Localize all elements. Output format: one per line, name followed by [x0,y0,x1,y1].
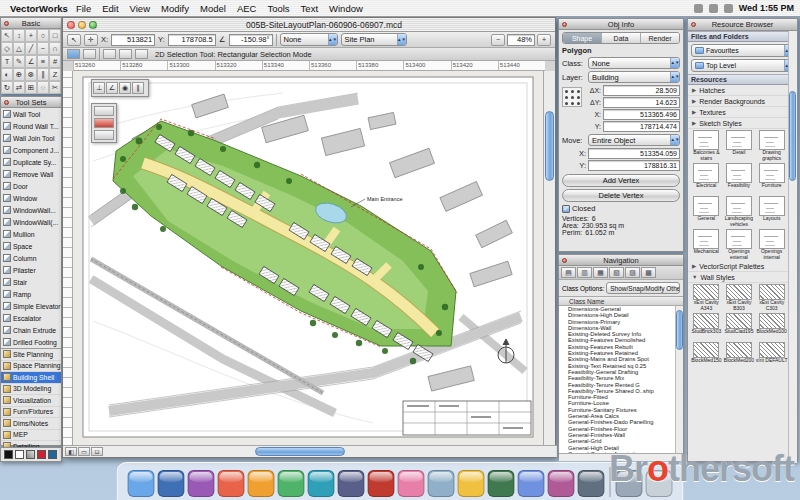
favourites-dropdown[interactable]: Favourites ▲▼ [691,44,794,57]
tool-item[interactable]: WindowWall(... [1,216,61,228]
snap-button[interactable]: ∠ [106,82,118,94]
horizontal-scrollbar[interactable]: ◧ ▭ ⊡ [63,445,557,457]
basic-tool-button[interactable]: + [25,29,37,42]
wall-style-item[interactable]: xExt Cavity B303 [723,284,756,311]
symbol-folder-item[interactable]: Electrical [690,163,723,194]
dock-app-icon[interactable] [398,470,425,497]
zoom-window-button[interactable] [89,21,97,29]
navigation-header[interactable]: Navigation [559,255,683,266]
tool-item[interactable]: Door [1,180,61,192]
mini-palette-button[interactable] [94,118,114,128]
tool-set-category[interactable]: 3D Modeling [1,384,61,396]
anchor-point-selector[interactable] [562,87,582,107]
symbol-folder-item[interactable]: Furniture [755,163,788,194]
symbol-folder-item[interactable]: Drawing graphics [755,130,788,161]
symbol-folder-item[interactable]: Landscaping vehicles people [723,196,756,227]
basic-tool-button[interactable]: ~ [37,42,49,55]
dock-app-icon[interactable] [488,470,515,497]
navigation-tab[interactable]: ▦ [593,267,608,278]
basic-tool-button[interactable]: # [49,55,61,68]
tool-item[interactable]: Escalator [1,312,61,324]
color-swatch[interactable] [48,450,57,459]
symbol-folder-item[interactable]: Layouts [755,196,788,227]
wall-style-item[interactable]: xExt Cavity A343 [690,284,723,311]
wall-style-item[interactable]: BlockMed100 [755,313,788,340]
tool-item[interactable]: Column [1,252,61,264]
tool-item[interactable]: Space [1,240,61,252]
obj-info-tab[interactable]: Render [641,33,679,43]
tool-item[interactable]: Stair [1,276,61,288]
tool-set-category[interactable]: Space Planning [1,361,61,373]
basic-tool-button[interactable]: ↕ [13,29,25,42]
basic-tool-button[interactable]: ↖ [1,29,13,42]
basic-tool-button[interactable]: ╱ [25,42,37,55]
mode-option-button[interactable] [135,49,148,59]
tool-item[interactable]: Duplicate Sy... [1,156,61,168]
app-menu[interactable]: VectorWorks [10,3,68,14]
pattern-swatch[interactable] [26,450,35,459]
drawing-canvas[interactable]: Main Entrance [73,71,545,447]
class-list-scrollbar[interactable] [675,306,683,453]
basic-tool-button[interactable]: ⊞ [25,81,37,94]
basic-tool-button[interactable]: ◐ [1,68,13,81]
tool-item[interactable]: Simple Elevator [1,300,61,312]
symbol-folder-item[interactable]: Openings internal [755,229,788,260]
resource-browser-scrollbar[interactable] [788,31,797,463]
tool-item[interactable]: Round Wall T... [1,120,61,132]
selection-mode-button[interactable] [83,49,96,59]
dock-app-icon[interactable] [248,470,275,497]
y-coordinate-field[interactable]: 178708.5 [168,34,216,46]
tool-item[interactable]: Drilled Footing [1,336,61,348]
tool-item[interactable]: Chain Extrude [1,324,61,336]
horizontal-scroll-thumb[interactable] [255,447,345,456]
resource-group-row[interactable]: ▶ Render Backgrounds [688,96,797,107]
basic-tool-button[interactable]: ↻ [1,81,13,94]
delete-vertex-button[interactable]: Delete Vertex [562,189,680,202]
vertex-coordinate-field[interactable]: 178816.31 [588,160,680,171]
basic-tool-button[interactable]: ⇄ [13,81,25,94]
obj-info-tab[interactable]: Data [602,33,641,43]
basic-tool-button[interactable]: ◇ [1,42,13,55]
fill-swatch[interactable] [4,450,13,459]
basic-tool-button[interactable]: ◌ [37,81,49,94]
dock-app-icon[interactable] [458,470,485,497]
coordinate-field[interactable]: 513365.496 [603,109,680,120]
palette-close-button[interactable] [4,100,9,105]
zoom-level-field[interactable]: 48% [507,34,535,46]
volume-icon[interactable] [709,4,718,13]
layer-select[interactable]: Building ▲▼ [588,71,680,83]
mini-palette-button[interactable] [94,130,114,140]
obj-info-tab[interactable]: Shape [563,33,602,43]
wall-styles-row[interactable]: ▼ Wall Styles [688,272,797,283]
menu-item[interactable]: Edit [102,3,118,14]
basic-palette-header[interactable]: Basic [1,18,61,29]
tool-item[interactable]: Window [1,192,61,204]
palette-close-button[interactable] [691,22,696,27]
tool-item[interactable]: Pilaster [1,264,61,276]
menu-item[interactable]: Model [200,3,226,14]
vertical-scroll-thumb[interactable] [545,111,554,181]
disclosure-triangle-icon[interactable]: ▶ [692,109,696,115]
tool-set-category[interactable]: Furn/Fixtures [1,407,61,419]
basic-tool-button[interactable]: □ [49,29,61,42]
dock-app-icon[interactable] [308,470,335,497]
basic-tool-button[interactable]: ⊗ [25,68,37,81]
navigation-tab[interactable]: ▩ [641,267,656,278]
tool-item[interactable]: Ramp [1,288,61,300]
zoom-out-icon[interactable]: − [491,34,505,46]
wall-style-item[interactable]: BlockMed150 [690,342,723,369]
obj-info-header[interactable]: Obj Info [559,19,683,30]
color-swatch[interactable] [37,450,46,459]
dock-app-icon[interactable] [368,470,395,497]
tool-item[interactable]: WindowWall... [1,204,61,216]
resource-group-row[interactable]: ▶ Sketch Styles [688,118,797,129]
symbol-folder-item[interactable]: Balconies & stairs [690,130,723,161]
navigation-tab[interactable]: ▥ [577,267,592,278]
palette-close-button[interactable] [562,258,567,263]
dock-app-icon[interactable] [188,470,215,497]
resource-scroll-thumb[interactable] [789,91,796,181]
coordinate-field[interactable]: 14.623 [603,97,680,108]
zoom-tool-button[interactable]: ◧ [65,447,77,456]
dock-app-icon[interactable] [548,470,575,497]
page-tool-button[interactable]: ▭ [78,447,90,456]
